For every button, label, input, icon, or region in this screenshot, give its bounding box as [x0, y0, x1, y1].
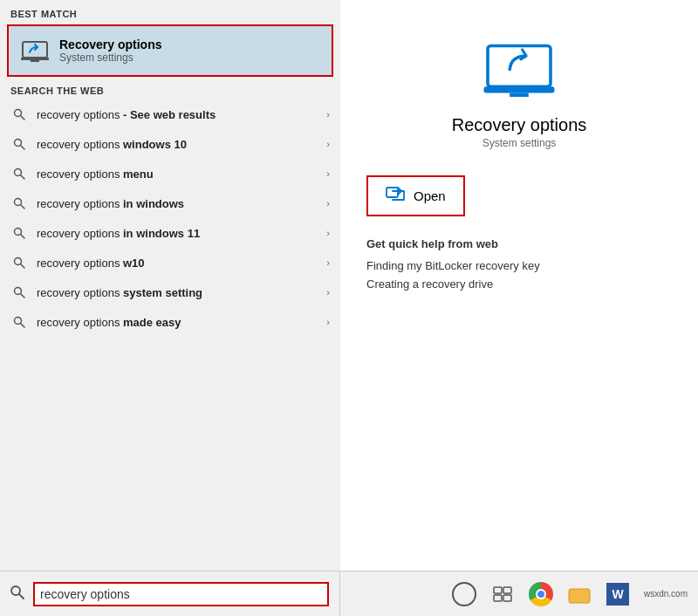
search-item-text-8: recovery options made easy [37, 316, 326, 329]
recovery-app-icon [19, 35, 51, 66]
search-result-4[interactable]: recovery options in windows › [0, 188, 340, 218]
search-item-text-6: recovery options w10 [37, 257, 326, 270]
svg-line-4 [21, 116, 25, 120]
svg-rect-19 [488, 46, 551, 87]
search-item-text-7: recovery options system setting [37, 286, 326, 299]
search-input-wrapper [0, 572, 340, 617]
cortana-icon[interactable] [452, 582, 476, 606]
bottom-bar: W wsxdn.com [0, 571, 698, 616]
svg-line-24 [19, 594, 24, 599]
search-icon-7 [10, 284, 28, 301]
search-icon-4 [10, 195, 28, 212]
right-panel: Recovery options System settings Open Ge… [340, 0, 698, 571]
open-label: Open [414, 188, 446, 203]
search-item-text-4: recovery options in windows [37, 197, 326, 210]
best-match-text: Recovery options System settings [59, 38, 161, 64]
search-input[interactable] [33, 582, 329, 606]
cortana-circle [452, 582, 476, 606]
left-panel: Best match Recovery options System setti… [0, 0, 340, 571]
search-icon-3 [10, 165, 28, 182]
search-item-text-1: recovery options - See web results [37, 108, 326, 121]
search-result-3[interactable]: recovery options menu › [0, 159, 340, 188]
app-subtitle: System settings [482, 137, 557, 149]
search-icon-5 [10, 224, 28, 242]
chevron-6: › [326, 257, 330, 268]
search-result-1[interactable]: recovery options - See web results › [0, 99, 340, 129]
svg-rect-29 [569, 589, 590, 603]
svg-line-16 [21, 294, 25, 298]
search-result-5[interactable]: recovery options in windows 11 › [0, 218, 340, 248]
search-item-text-2: recovery options windows 10 [37, 138, 326, 151]
svg-rect-2 [31, 60, 39, 62]
svg-line-8 [21, 175, 25, 180]
open-button[interactable]: Open [366, 175, 465, 216]
search-result-8[interactable]: recovery options made easy › [0, 307, 340, 337]
svg-rect-20 [484, 86, 555, 92]
taskbar-right: W wsxdn.com [340, 582, 698, 606]
app-icon-area: Recovery options System settings [366, 26, 672, 167]
search-icon-1 [10, 106, 28, 123]
task-view-icon[interactable] [490, 582, 515, 606]
best-match-subtitle: System settings [59, 51, 161, 64]
search-icon-8 [10, 313, 28, 331]
chrome-icon[interactable] [529, 582, 553, 606]
chevron-5: › [326, 228, 330, 238]
search-result-2[interactable]: recovery options windows 10 › [0, 129, 340, 159]
open-icon [386, 184, 405, 208]
search-icon-6 [10, 254, 28, 271]
quick-help-title: Get quick help from web [366, 237, 498, 250]
svg-rect-1 [21, 58, 49, 60]
search-result-6[interactable]: recovery options w10 › [0, 248, 340, 277]
search-icon-2 [10, 135, 28, 153]
svg-rect-21 [510, 93, 529, 98]
svg-rect-28 [503, 595, 511, 601]
svg-line-12 [21, 235, 25, 239]
svg-line-10 [21, 205, 25, 209]
svg-rect-26 [503, 587, 511, 593]
search-item-text-3: recovery options menu [37, 168, 326, 181]
best-match-title: Recovery options [59, 38, 161, 51]
svg-line-18 [21, 324, 25, 328]
chevron-8: › [326, 317, 330, 327]
main-container: Best match Recovery options System setti… [0, 0, 698, 571]
search-mag-icon [10, 585, 24, 603]
svg-rect-25 [494, 587, 502, 593]
chevron-2: › [326, 139, 330, 149]
chevron-7: › [326, 287, 330, 298]
svg-rect-27 [494, 595, 502, 601]
best-match-item[interactable]: Recovery options System settings [7, 24, 333, 77]
word-icon[interactable]: W [606, 582, 630, 606]
chevron-3: › [326, 168, 330, 179]
search-web-label: Search the web [0, 77, 340, 99]
svg-line-14 [21, 264, 25, 269]
chevron-1: › [326, 109, 330, 120]
best-match-label: Best match [0, 0, 340, 24]
chevron-4: › [326, 198, 330, 209]
svg-rect-22 [387, 188, 398, 197]
search-result-7[interactable]: recovery options system setting › [0, 277, 340, 307]
wsxdn-label: wsxdn.com [644, 589, 688, 599]
search-item-text-5: recovery options in windows 11 [37, 227, 326, 240]
app-title: Recovery options [452, 115, 587, 135]
file-explorer-icon[interactable] [567, 582, 592, 606]
large-recovery-icon [480, 26, 558, 105]
svg-line-6 [21, 146, 25, 150]
quick-help-link-1[interactable]: Finding my BitLocker recovery key [366, 259, 540, 272]
quick-help-link-2[interactable]: Creating a recovery drive [366, 277, 493, 291]
